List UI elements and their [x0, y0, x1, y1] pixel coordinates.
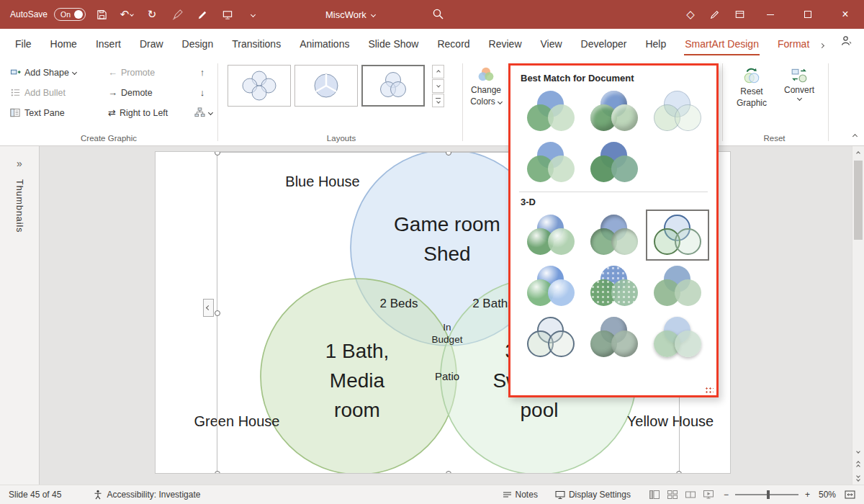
scroll-down-icon[interactable] — [852, 446, 864, 457]
collapse-ribbon-icon[interactable] — [853, 128, 857, 141]
normal-view-icon[interactable] — [649, 490, 660, 499]
tab-smartart-design[interactable]: SmartArt Design — [675, 29, 768, 59]
save-icon[interactable] — [92, 5, 111, 24]
layouts-scroll-up-icon[interactable] — [432, 65, 444, 78]
add-shape-button[interactable]: Add Shape — [7, 63, 79, 81]
tab-file[interactable]: File — [6, 29, 41, 59]
style-thumbnail-3d-6[interactable] — [646, 261, 709, 312]
highlighter-icon[interactable] — [168, 5, 186, 24]
layouts-scroll-down-icon[interactable] — [432, 79, 444, 93]
accessibility-checker[interactable]: Accessibility: Investigate — [93, 490, 200, 500]
presenter-view-icon[interactable] — [218, 5, 237, 24]
fit-slide-to-window-button[interactable] — [845, 490, 855, 499]
green-house-label[interactable]: Green House — [194, 413, 280, 430]
blue-circle-text[interactable]: Game room Shed — [394, 210, 500, 269]
zoom-slider[interactable] — [735, 494, 798, 495]
scrollbar-thumb[interactable] — [854, 161, 863, 240]
style-thumbnail-3d-5[interactable] — [582, 261, 646, 312]
style-thumbnail-3d-7[interactable] — [519, 312, 582, 363]
tab-design[interactable]: Design — [173, 29, 223, 59]
next-slide-icon[interactable] — [852, 472, 864, 483]
maximize-button[interactable] — [789, 0, 827, 29]
customize-qat-chevron-icon[interactable] — [243, 5, 262, 24]
zoom-in-button[interactable]: + — [805, 490, 810, 500]
thumbnails-pane-collapsed[interactable]: » Thumbnails — [0, 146, 40, 485]
tab-draw[interactable]: Draw — [130, 29, 173, 59]
intersection-green-yellow-label[interactable]: Patio — [435, 370, 459, 382]
reading-view-icon[interactable] — [685, 490, 696, 499]
yellow-house-label[interactable]: Yellow House — [627, 413, 714, 430]
zoom-slider-thumb[interactable] — [767, 490, 770, 499]
style-thumbnail-3d-3-selected[interactable] — [646, 210, 709, 261]
previous-slide-icon[interactable] — [852, 459, 864, 470]
tab-view[interactable]: View — [531, 29, 572, 59]
editing-mode-pen-icon[interactable] — [703, 5, 727, 24]
slide-indicator[interactable]: Slide 45 of 45 — [9, 490, 61, 500]
close-button[interactable]: × — [827, 0, 864, 29]
selection-handle[interactable] — [676, 471, 682, 474]
tab-slide-show[interactable]: Slide Show — [359, 29, 428, 59]
ribbon-display-options-icon[interactable] — [727, 5, 752, 24]
zoom-level[interactable]: 50% — [819, 490, 836, 500]
move-up-button[interactable]: ↑ — [192, 63, 213, 81]
slide-sorter-view-icon[interactable] — [667, 490, 678, 499]
gallery-resize-grip[interactable] — [705, 387, 714, 394]
move-down-button[interactable]: ↓ — [192, 84, 213, 102]
ink-pen-icon[interactable] — [193, 5, 212, 24]
designer-icon[interactable]: ◇ — [678, 5, 703, 24]
display-settings-button[interactable]: Display Settings — [555, 490, 631, 500]
style-thumbnail-3d-2[interactable] — [582, 210, 646, 261]
selection-handle[interactable] — [215, 471, 220, 474]
tab-help[interactable]: Help — [636, 29, 675, 59]
style-thumbnail-best-2[interactable] — [582, 86, 646, 137]
expand-thumbnails-icon[interactable]: » — [17, 158, 22, 169]
promote-button[interactable]: ← Promote — [105, 63, 158, 81]
coauthor-share-icon[interactable] — [840, 35, 852, 50]
style-thumbnail-3d-8[interactable] — [582, 312, 646, 363]
redo-icon[interactable]: ↻ — [143, 5, 161, 24]
selection-handle[interactable] — [215, 310, 220, 316]
intersection-blue-green-label[interactable]: 2 Beds — [380, 297, 418, 311]
add-bullet-button[interactable]: Add Bullet — [7, 84, 68, 102]
vertical-scrollbar[interactable] — [852, 146, 864, 485]
change-colors-button[interactable]: Change Colors — [465, 63, 507, 131]
right-to-left-button[interactable]: ⇄ Right to Left — [105, 104, 171, 122]
tab-transitions[interactable]: Transitions — [222, 29, 290, 59]
layout-thumbnail-pie[interactable] — [294, 65, 358, 107]
tab-overflow-chevron-icon[interactable] — [820, 37, 824, 50]
org-chart-layout-button[interactable] — [189, 104, 217, 122]
zoom-out-button[interactable]: − — [724, 490, 729, 500]
convert-button[interactable]: Convert — [779, 63, 819, 131]
tab-format[interactable]: Format — [768, 29, 819, 59]
search-icon[interactable] — [432, 8, 444, 23]
tab-record[interactable]: Record — [428, 29, 479, 59]
style-thumbnail-best-4[interactable] — [519, 137, 582, 188]
style-thumbnail-best-3[interactable] — [646, 86, 709, 137]
tab-review[interactable]: Review — [480, 29, 531, 59]
text-pane-button[interactable]: Text Pane — [7, 104, 68, 122]
document-title-block[interactable]: MiscWork — [325, 0, 375, 29]
autosave-toggle[interactable]: On — [54, 8, 86, 21]
style-thumbnail-3d-4[interactable] — [519, 261, 582, 312]
style-thumbnail-3d-1[interactable] — [519, 210, 582, 261]
style-thumbnail-3d-9[interactable] — [646, 312, 709, 363]
selection-handle[interactable] — [446, 471, 451, 474]
style-thumbnail-best-5[interactable] — [582, 137, 646, 188]
undo-icon[interactable]: ↶ — [117, 5, 136, 24]
green-circle-text[interactable]: 1 Bath, Media room — [325, 336, 390, 425]
text-pane-toggle[interactable] — [203, 299, 214, 317]
intersection-center-label[interactable]: In Budget — [432, 321, 463, 346]
tab-home[interactable]: Home — [41, 29, 86, 59]
tab-animations[interactable]: Animations — [290, 29, 359, 59]
tab-insert[interactable]: Insert — [86, 29, 130, 59]
layout-thumbnail-basic-venn[interactable] — [361, 65, 425, 107]
layout-thumbnail-radial[interactable] — [228, 65, 291, 107]
minimize-button[interactable] — [752, 0, 789, 29]
reset-graphic-button[interactable]: Reset Graphic — [729, 63, 775, 131]
tab-developer[interactable]: Developer — [572, 29, 636, 59]
blue-house-label[interactable]: Blue House — [285, 174, 359, 190]
style-thumbnail-best-1[interactable] — [519, 86, 582, 137]
notes-button[interactable]: Notes — [503, 490, 538, 500]
slideshow-view-icon[interactable] — [703, 490, 714, 499]
scroll-up-icon[interactable] — [852, 148, 864, 159]
